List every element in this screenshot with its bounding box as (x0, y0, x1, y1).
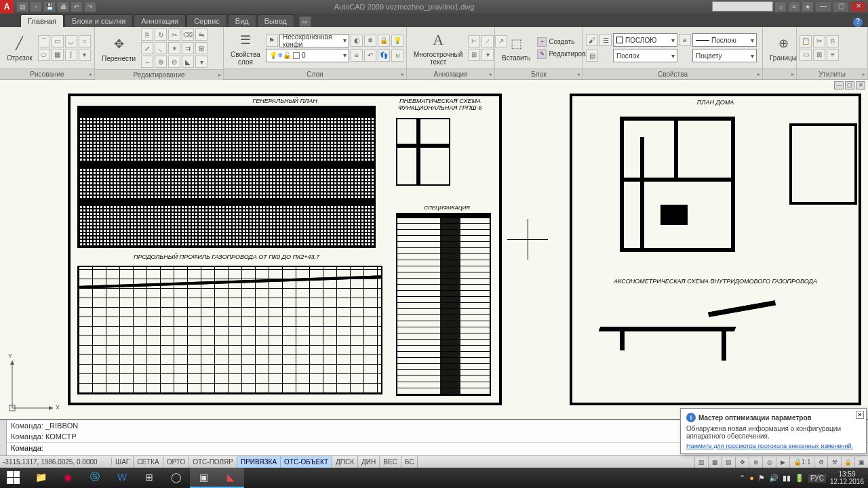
maximize-button[interactable]: ▢ (833, 1, 849, 12)
line-button[interactable]: ╱ Отрезок (3, 33, 37, 63)
search-icon[interactable]: ⌕ (774, 1, 787, 12)
circle-icon[interactable]: ○ (79, 35, 91, 47)
layer-props-button[interactable]: ☰ Свойства слоя (226, 29, 264, 67)
start-button[interactable] (0, 468, 27, 488)
infocenter-search[interactable] (712, 1, 773, 12)
layer-freeze-icon[interactable]: ❄ (364, 35, 376, 47)
layer-lock-icon[interactable]: 🔒 (378, 35, 390, 47)
color-combo[interactable]: ПОСЛОЮ (613, 33, 677, 47)
task-autocad1-icon[interactable]: ▣ (190, 468, 217, 488)
tab-annotations[interactable]: Аннотации (134, 14, 186, 27)
ellipse-icon[interactable]: ⬭ (38, 49, 50, 61)
qat-undo-icon[interactable]: ↶ (71, 1, 83, 12)
chamfer-icon[interactable]: ◣ (182, 56, 194, 68)
dim-aligned-icon[interactable]: ⟋ (481, 35, 494, 47)
arc-icon[interactable]: ◡ (65, 35, 77, 47)
layer-state-combo[interactable]: Несохраненная конфи (279, 34, 349, 47)
bylayer-icon[interactable]: ▤ (586, 49, 598, 62)
copy-icon[interactable]: ⎘ (141, 28, 153, 41)
layer-match-icon[interactable]: ≡ (351, 49, 363, 62)
calc-icon[interactable]: ⊞ (813, 49, 825, 61)
copy-clip-icon[interactable]: ⎘ (827, 35, 839, 47)
scale-icon[interactable]: ⤢ (141, 42, 153, 54)
props-list-icon[interactable]: ☰ (599, 34, 612, 46)
status-toggle-шаг[interactable]: ШАГ (112, 456, 134, 468)
panel-block-title[interactable]: Блок (495, 68, 583, 79)
tray-up-icon[interactable]: ⌃ (739, 474, 745, 483)
paste-icon[interactable]: 📋 (800, 35, 812, 47)
ribbon-expand-icon[interactable]: ▭ (299, 16, 311, 27)
tab-output[interactable]: Вывод (257, 14, 294, 27)
clean-screen-icon[interactable]: ▣ (854, 457, 868, 468)
task-word-icon[interactable]: W (108, 468, 136, 488)
layer-merge-icon[interactable]: ⊎ (391, 49, 403, 62)
quickcalc-icon[interactable]: ≡ (827, 49, 839, 61)
task-skype-icon[interactable]: Ⓢ (81, 468, 108, 488)
layer-off-icon[interactable]: 💡 (391, 35, 403, 47)
plotstyle-combo[interactable]: Поцвету (692, 49, 757, 62)
dim-linear-icon[interactable]: ⊢ (468, 35, 480, 47)
status-toggle-сетка[interactable]: СЕТКА (134, 456, 163, 468)
erase-icon[interactable]: ⌫ (182, 28, 194, 41)
tray-user-icon[interactable]: ● (749, 474, 754, 482)
layer-iso-icon[interactable]: ◐ (351, 35, 363, 47)
tab-home[interactable]: Главная (20, 14, 64, 27)
pan-icon[interactable]: ✥ (735, 457, 749, 468)
lweight-combo[interactable]: Послок (613, 49, 677, 62)
minimize-button[interactable]: — (815, 1, 831, 12)
qat-print-icon[interactable]: 🖶 (57, 1, 69, 12)
qat-save-icon[interactable]: 💾 (43, 1, 56, 12)
tab-view[interactable]: Вид (228, 14, 256, 27)
select-icon[interactable]: ▭ (800, 49, 812, 61)
dim-style-icon[interactable]: ▾ (481, 49, 494, 61)
tray-lang[interactable]: РУС (808, 474, 826, 483)
spline-icon[interactable]: ∫ (65, 49, 77, 61)
layer-state-icon[interactable]: ⚑ (266, 35, 278, 47)
status-toggle-вес[interactable]: ВЕС (380, 456, 401, 468)
layout-icon[interactable]: ▤ (722, 457, 735, 468)
panel-edit-title[interactable]: Редактирование (95, 69, 223, 80)
qat-open-icon[interactable]: ▫ (30, 1, 42, 12)
tray-batt-icon[interactable]: 🔋 (795, 474, 804, 483)
status-toggle-орто[interactable]: ОРТО (163, 456, 189, 468)
vp-close-icon[interactable]: ✕ (856, 81, 865, 89)
cut-icon[interactable]: ✂ (813, 35, 825, 47)
layer-current-combo[interactable]: 💡❄🔓 0 (266, 49, 349, 62)
status-toggle-отс-поляр[interactable]: ОТС-ПОЛЯР (189, 456, 237, 468)
vp-max-icon[interactable]: ▢ (845, 81, 854, 89)
mirror-icon[interactable]: ⇋ (195, 28, 208, 41)
vp-min-icon[interactable]: — (834, 81, 844, 89)
workspace-icon[interactable]: ⚒ (827, 457, 841, 468)
panel-clip-title[interactable] (763, 68, 796, 79)
task-app1-icon[interactable]: ◉ (54, 468, 81, 488)
tray-vol-icon[interactable]: 🔊 (769, 474, 778, 483)
model-space-icon[interactable]: ▥ (694, 457, 708, 468)
qat-redo-icon[interactable]: ↷ (84, 1, 96, 12)
panel-annot-title[interactable]: Аннотация (407, 68, 494, 79)
layer-walk-icon[interactable]: 👣 (378, 49, 390, 62)
mtext-button[interactable]: A Многострочный текст (410, 29, 467, 67)
notification-close-button[interactable]: ✕ (856, 411, 864, 419)
tray-net-icon[interactable]: ▮▮ (783, 474, 791, 483)
status-toggle-дпск[interactable]: ДПСК (332, 456, 358, 468)
layer-prev-icon[interactable]: ↶ (364, 49, 376, 62)
panel-layers-title[interactable]: Слои (224, 68, 406, 79)
command-grip[interactable] (0, 420, 7, 455)
measure-button[interactable]: ⊕ Границы (766, 33, 801, 63)
insert-button[interactable]: ⬚ Вставить (498, 33, 534, 63)
panel-draw-title[interactable]: Рисование (0, 68, 94, 79)
help-icon[interactable]: ? (853, 18, 863, 27)
offset-icon[interactable]: ⇉ (182, 42, 194, 54)
panel-props-title[interactable]: Свойства (583, 68, 762, 79)
trim-icon[interactable]: ✂ (168, 28, 180, 41)
favorite-icon[interactable]: ★ (802, 1, 814, 12)
task-autocad2-icon[interactable]: ◣ (217, 468, 244, 488)
close-button[interactable]: ✕ (850, 1, 867, 12)
hatch-icon[interactable]: ▦ (52, 49, 64, 61)
task-explorer-icon[interactable]: 📁 (27, 468, 54, 488)
table-icon[interactable]: ⊞ (468, 49, 480, 61)
task-app2-icon[interactable]: ⊞ (136, 468, 163, 488)
rotate-icon[interactable]: ↻ (155, 28, 167, 41)
join-icon[interactable]: ⊕ (155, 56, 167, 68)
anno-scale[interactable]: 🔒 1:1 (789, 457, 814, 468)
